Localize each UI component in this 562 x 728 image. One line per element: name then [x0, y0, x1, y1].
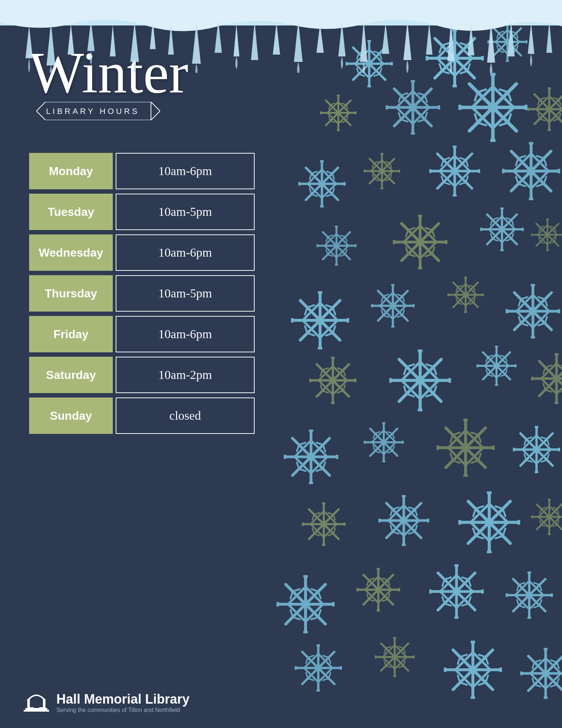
table-row: Sundayclosed — [29, 397, 255, 434]
library-hours-banner: LIBRARY HOURS — [36, 102, 255, 120]
day-cell-wednesday: Wednesday — [29, 234, 113, 271]
day-cell-tuesday: Tuesday — [29, 194, 113, 230]
day-cell-monday: Monday — [29, 153, 113, 189]
table-row: Saturday10am-2pm — [29, 357, 255, 393]
time-cell-friday: 10am-6pm — [116, 316, 255, 352]
time-cell-thursday: 10am-5pm — [116, 275, 255, 312]
time-cell-wednesday: 10am-6pm — [116, 234, 255, 271]
table-row: Monday10am-6pm — [29, 153, 255, 189]
time-cell-tuesday: 10am-5pm — [116, 194, 255, 230]
svg-rect-32 — [43, 699, 45, 708]
svg-rect-31 — [27, 699, 29, 708]
table-row: Friday10am-6pm — [29, 316, 255, 352]
logo-text-group: Hall Memorial Library Serving the commun… — [56, 692, 190, 713]
svg-marker-2 — [151, 102, 160, 120]
day-cell-friday: Friday — [29, 316, 113, 352]
banner-shape: LIBRARY HOURS — [36, 102, 160, 120]
library-tagline: Serving the communities of Tilton and No… — [56, 707, 190, 713]
table-row: Wednesday10am-6pm — [29, 234, 255, 271]
icicles-decoration — [0, 0, 562, 73]
table-row: Tuesday10am-5pm — [29, 194, 255, 230]
logo-area: Hall Memorial Library Serving the commun… — [22, 688, 190, 717]
svg-text:LIBRARY HOURS: LIBRARY HOURS — [46, 107, 140, 116]
library-name: Hall Memorial Library — [56, 692, 190, 707]
time-cell-sunday: closed — [116, 397, 255, 434]
table-row: Thursday10am-5pm — [29, 275, 255, 312]
time-cell-monday: 10am-6pm — [116, 153, 255, 189]
day-cell-saturday: Saturday — [29, 357, 113, 393]
library-logo-icon — [22, 688, 51, 717]
hours-table: Monday10am-6pmTuesday10am-5pmWednesday10… — [29, 153, 255, 438]
day-cell-thursday: Thursday — [29, 275, 113, 312]
day-cell-sunday: Sunday — [29, 397, 113, 434]
time-cell-saturday: 10am-2pm — [116, 357, 255, 393]
